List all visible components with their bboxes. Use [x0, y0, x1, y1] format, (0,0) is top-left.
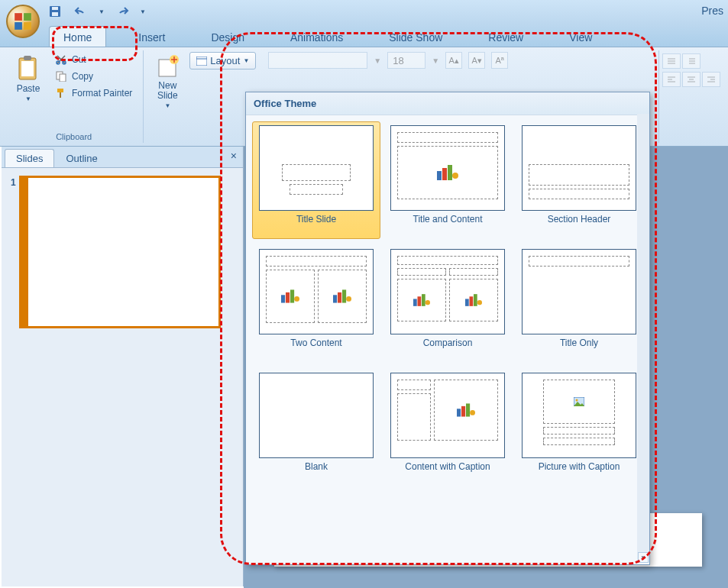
chevron-down-icon: ▼ [164, 102, 170, 109]
font-name-combo[interactable] [268, 52, 367, 69]
bullets-button[interactable] [662, 53, 681, 69]
svg-point-50 [425, 300, 430, 305]
svg-rect-37 [448, 165, 452, 180]
layout-item-title-content[interactable]: Title and Content [383, 121, 512, 239]
ribbon-tab-design[interactable]: Design [197, 27, 258, 47]
font-size-combo[interactable]: 18 [387, 52, 425, 69]
format-painter-button[interactable]: Format Painter [50, 86, 137, 101]
ribbon-tab-view[interactable]: View [555, 27, 606, 47]
numbering-icon [686, 57, 697, 66]
svg-rect-47 [413, 299, 417, 305]
shrink-font-icon: A▾ [471, 56, 481, 66]
svg-rect-2 [15, 22, 22, 30]
layout-thumb [522, 125, 636, 211]
layout-gallery-dropdown: Office Theme Title Slide Title and Conte… [245, 92, 650, 565]
layout-button[interactable]: Layout ▼ [189, 52, 256, 69]
svg-rect-41 [290, 289, 294, 302]
layout-item-label: Picture with Caption [539, 458, 620, 483]
panel-close-button[interactable]: × [231, 150, 237, 162]
ribbon-tabs: Home Insert Design Animations Slide Show… [0, 23, 728, 47]
paste-label: Paste [17, 84, 40, 94]
layout-thumb [522, 249, 636, 334]
svg-rect-56 [461, 406, 465, 417]
layout-item-label: Section Header [548, 211, 611, 235]
window-title: Pres [701, 5, 723, 17]
ribbon-tab-review[interactable]: Review [474, 27, 537, 47]
svg-rect-36 [442, 168, 447, 180]
undo-dropdown[interactable]: ▼ [98, 2, 105, 21]
clear-format-button[interactable]: Aª [491, 52, 508, 69]
office-logo-icon [13, 11, 33, 31]
ribbon-tab-home[interactable]: Home [49, 26, 106, 47]
svg-rect-44 [338, 292, 341, 303]
layout-item-label: Blank [305, 458, 328, 483]
svg-point-42 [294, 296, 299, 302]
svg-rect-9 [21, 61, 34, 76]
gallery-body: Title Slide Title and Content Section He… [246, 115, 649, 493]
new-slide-button[interactable]: New Slide ▼ [150, 52, 185, 112]
svg-rect-18 [196, 57, 207, 66]
layout-item-content-caption[interactable]: Content with Caption [383, 369, 512, 486]
layout-item-label: Comparison [423, 334, 473, 359]
align-left-button[interactable] [662, 72, 681, 87]
slide-thumbnail[interactable] [21, 177, 219, 327]
svg-rect-57 [466, 403, 470, 416]
layout-item-two-content[interactable]: Two Content [252, 245, 380, 363]
align-center-button[interactable] [682, 72, 700, 87]
layout-item-picture-caption[interactable]: Picture with Caption [515, 369, 643, 486]
layout-item-label: Title and Content [413, 211, 483, 235]
layout-item-blank[interactable]: Blank [252, 369, 380, 486]
ribbon-tab-insert[interactable]: Insert [125, 27, 179, 47]
layout-item-section-header[interactable]: Section Header [515, 121, 643, 239]
svg-point-58 [470, 410, 475, 415]
layout-item-label: Title Slide [296, 211, 336, 235]
grow-font-button[interactable]: A▴ [445, 52, 462, 69]
save-button[interactable] [46, 2, 64, 21]
svg-rect-5 [52, 7, 58, 10]
svg-point-46 [346, 296, 351, 302]
layout-icon [196, 57, 207, 66]
shrink-font-button[interactable]: A▾ [468, 52, 485, 69]
svg-rect-8 [24, 56, 31, 60]
ribbon-tab-slideshow[interactable]: Slide Show [375, 27, 456, 47]
qat-customize-dropdown[interactable]: ▼ [139, 2, 147, 21]
layout-thumb [390, 125, 505, 211]
panel-tab-outline[interactable]: Outline [54, 149, 108, 167]
copy-button[interactable]: Copy [50, 69, 137, 84]
slides-outline-panel: Slides Outline × 1 [2, 147, 244, 586]
svg-rect-49 [422, 294, 425, 306]
svg-point-54 [477, 300, 482, 305]
svg-rect-6 [52, 12, 58, 16]
svg-rect-45 [342, 289, 346, 302]
chevron-down-icon: ▼ [25, 95, 31, 102]
paste-button[interactable]: Paste ▼ [11, 52, 46, 105]
undo-button[interactable] [72, 2, 90, 21]
cut-button[interactable]: Cut [50, 52, 137, 67]
scroll-down-button[interactable]: ▼ [638, 552, 649, 563]
undo-icon [74, 5, 88, 18]
office-button[interactable] [6, 5, 40, 38]
panel-tab-slides[interactable]: Slides [5, 149, 54, 167]
svg-rect-0 [15, 13, 22, 21]
numbering-button[interactable] [682, 53, 700, 69]
svg-rect-13 [60, 74, 66, 82]
svg-rect-53 [474, 294, 477, 306]
bullets-icon [666, 57, 677, 66]
content-placeholder-icon [413, 294, 430, 306]
slide-thumb-1[interactable]: 1 [11, 177, 234, 327]
layout-item-title-slide[interactable]: Title Slide [252, 121, 380, 239]
layout-item-comparison[interactable]: Comparison [383, 245, 512, 363]
layout-item-label: Title Only [560, 334, 598, 359]
gallery-scrollbar[interactable]: ▼ [637, 114, 649, 563]
slides-group-label [150, 140, 256, 141]
clear-format-icon: Aª [495, 56, 503, 65]
format-painter-label: Format Painter [72, 88, 132, 99]
layout-item-title-only[interactable]: Title Only [515, 245, 643, 363]
content-placeholder-icon [333, 289, 351, 303]
svg-rect-1 [24, 13, 31, 21]
ribbon-tab-animations[interactable]: Animations [277, 27, 357, 47]
align-right-button[interactable] [702, 72, 720, 87]
content-placeholder-icon [465, 294, 482, 306]
redo-button[interactable] [113, 2, 131, 21]
svg-rect-14 [57, 89, 63, 92]
